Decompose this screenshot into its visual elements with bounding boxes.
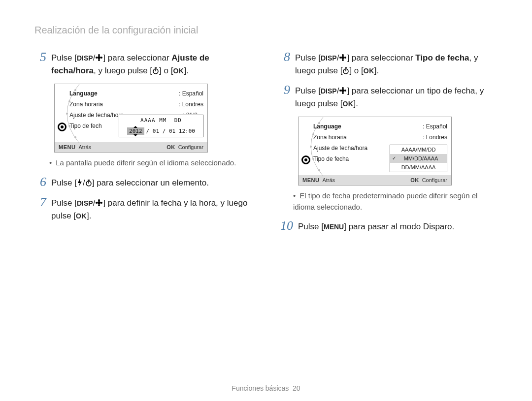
- row-language: Language: Español: [313, 121, 447, 132]
- menu-icon: MENU: [324, 222, 344, 232]
- text: ] para pasar al modo Disparo.: [344, 222, 454, 231]
- year-spinner[interactable]: 2012: [127, 127, 144, 135]
- bold-term: Tipo de fecha: [415, 53, 469, 62]
- text: , y luego pulse [: [94, 66, 152, 75]
- label: Zona horaria: [313, 134, 347, 141]
- step-text: Pulse [DISP/] para seleccionar un tipo d…: [295, 84, 498, 110]
- svg-point-23: [342, 54, 344, 56]
- svg-point-12: [74, 136, 76, 138]
- date-edit-popup: AAAA MM DD 2012 / 01 / 01 12:00: [119, 115, 203, 137]
- back-label: Atrás: [78, 144, 91, 150]
- svg-rect-29: [345, 67, 347, 68]
- text: ] para seleccionar un elemento.: [92, 178, 209, 187]
- menu-icon: MENU: [302, 177, 319, 183]
- val: Londres: [182, 101, 203, 108]
- text: Pulse [: [298, 222, 324, 231]
- back-label: Atrás: [322, 177, 335, 183]
- svg-point-18: [98, 199, 100, 201]
- text: ].: [374, 66, 379, 75]
- text: ] o [: [159, 66, 173, 75]
- rest-value: / 01 / 01 12:00: [146, 128, 195, 134]
- text: Pulse [: [295, 53, 321, 62]
- step-10: 10 Pulse [MENU] para pasar al modo Dispa…: [278, 219, 498, 233]
- timer-icon: [85, 180, 92, 186]
- svg-point-0: [98, 56, 100, 59]
- step-text: Pulse [DISP/] para definir la fecha y la…: [51, 196, 254, 222]
- camera-ui-datetime: Language: Español Zona horaria: Londres …: [54, 84, 208, 153]
- set-label: Configurar: [178, 144, 203, 150]
- value: : Español: [179, 90, 203, 97]
- footer-right: OKConfigurar: [410, 177, 447, 183]
- svg-point-3: [96, 57, 98, 59]
- svg-point-10: [66, 113, 68, 115]
- step-number: 7: [34, 196, 46, 209]
- svg-point-34: [344, 90, 346, 92]
- step-number: 5: [34, 51, 46, 63]
- text: ] o [: [349, 66, 363, 75]
- label: Language: [313, 123, 341, 130]
- disp-icon: DISP: [77, 53, 93, 63]
- timer-icon: [152, 67, 159, 74]
- camera-ui-datetype: Language: Español Zona horaria: Londres …: [298, 117, 452, 185]
- text: Pulse [: [51, 198, 77, 208]
- svg-point-17: [98, 201, 100, 204]
- note-item: El tipo de fecha predeterminado puede di…: [293, 190, 498, 213]
- svg-point-2: [98, 59, 100, 61]
- svg-marker-13: [78, 179, 82, 186]
- svg-point-39: [318, 169, 320, 171]
- value: : Londres: [423, 134, 447, 141]
- row-timezone: Zona horaria: Londres: [313, 132, 447, 143]
- note-list: La pantalla puede diferir según el idiom…: [49, 157, 254, 169]
- svg-point-21: [100, 202, 102, 204]
- row-language: Language: Español: [69, 88, 203, 99]
- svg-point-30: [341, 89, 344, 92]
- ui-footer: MENUAtrás OKConfigurar: [299, 175, 451, 185]
- gear-icon: [58, 123, 66, 131]
- option-ddmmyyyy[interactable]: DD/MM/AAAA: [390, 163, 447, 172]
- footer-right: OKConfigurar: [166, 144, 203, 150]
- svg-point-26: [344, 57, 346, 59]
- label: Ajuste de fecha/hora: [69, 112, 124, 119]
- note-list: El tipo de fecha predeterminado puede di…: [293, 190, 498, 213]
- ok-icon: OK: [173, 66, 184, 76]
- svg-point-22: [341, 56, 344, 59]
- manual-page: Realización de la configuración inicial …: [0, 0, 532, 401]
- option-yyyymmdd[interactable]: AAAA/MM/DD: [390, 145, 447, 154]
- flower-icon: [339, 87, 347, 94]
- menu-icon: MENU: [59, 144, 75, 150]
- val: Londres: [426, 134, 447, 141]
- step-number: 10: [278, 219, 293, 232]
- ui-body: Language: Español Zona horaria: Londres …: [299, 117, 451, 175]
- label: Zona horaria: [69, 101, 103, 108]
- ok-icon: OK: [364, 66, 374, 76]
- section-title: Realización de la configuración inicial: [34, 25, 498, 36]
- left-column: 5 Pulse [DISP/] para seleccionar Ajuste …: [34, 51, 254, 240]
- text: Pulse [: [51, 178, 77, 187]
- svg-rect-16: [88, 180, 90, 181]
- flower-icon: [339, 54, 347, 62]
- svg-point-4: [100, 57, 102, 59]
- svg-point-20: [96, 202, 98, 204]
- svg-point-19: [98, 204, 100, 206]
- svg-point-33: [339, 90, 341, 92]
- svg-point-24: [342, 59, 344, 61]
- ok-icon: OK: [410, 177, 419, 183]
- svg-point-1: [98, 54, 100, 56]
- date-type-popup: AAAA/MM/DD MM/DD/AAAA DD/MM/AAAA: [390, 145, 447, 172]
- value: : Londres: [179, 101, 203, 108]
- note-item: La pantalla puede diferir según el idiom…: [49, 157, 254, 169]
- option-mmddyyyy[interactable]: MM/DD/AAAA: [390, 154, 447, 163]
- disp-icon: DISP: [321, 53, 337, 63]
- footer-label: Funciones básicas: [232, 384, 289, 392]
- text: ] para seleccionar: [347, 53, 415, 62]
- ok-icon: OK: [166, 144, 175, 150]
- step-text: Pulse [DISP/] para seleccionar Tipo de f…: [295, 51, 498, 77]
- disp-icon: DISP: [77, 198, 93, 209]
- val: Español: [182, 90, 203, 97]
- value-row: 2012 / 01 / 01 12:00: [119, 125, 203, 137]
- step-text: Pulse [/] para seleccionar un elemento.: [51, 176, 209, 189]
- label: MM/DD/AAAA: [404, 155, 438, 161]
- text: ].: [184, 66, 188, 75]
- page-footer: Funciones básicas 20: [0, 384, 532, 392]
- gear-icon: [301, 155, 310, 164]
